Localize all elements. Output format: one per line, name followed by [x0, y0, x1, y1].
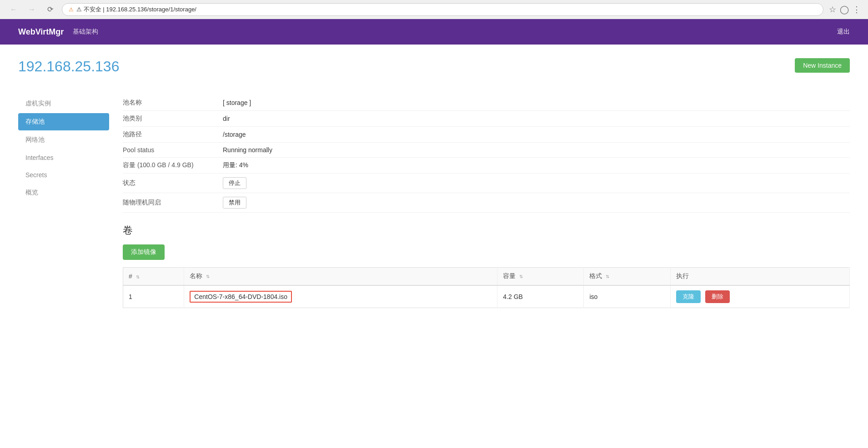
- browser-bar: ← → ⟳ ⚠ ⚠ 不安全 | 192.168.25.136/storage/1…: [0, 0, 868, 19]
- page-title: 192.168.25.136: [18, 58, 119, 75]
- browser-actions: ☆ ◯ ⋮: [829, 5, 861, 15]
- address-bar[interactable]: ⚠ ⚠ 不安全 | 192.168.25.136/storage/1/stora…: [62, 3, 823, 16]
- cell-index: 1: [123, 285, 184, 308]
- col-index: # ⇅: [123, 268, 184, 286]
- disable-button[interactable]: 禁用: [223, 197, 246, 209]
- cell-actions: 克隆 删除: [670, 285, 849, 308]
- info-row-state: 状态 停止: [123, 174, 850, 193]
- cell-name: CentOS-7-x86_64-DVD-1804.iso: [184, 285, 497, 308]
- volumes-table: # ⇅ 名称 ⇅ 容量 ⇅ 格式 ⇅: [123, 267, 850, 308]
- main-panel: 池名称 [ storage ] 池类别 dir 池路径 /storage Poo…: [109, 95, 850, 308]
- cell-format: iso: [584, 285, 670, 308]
- address-text: ⚠ 不安全 | 192.168.25.136/storage/1/storage…: [76, 5, 196, 14]
- new-instance-button[interactable]: New Instance: [795, 58, 850, 73]
- sort-icon-size[interactable]: ⇅: [519, 274, 523, 279]
- filename-badge: CentOS-7-x86_64-DVD-1804.iso: [190, 291, 292, 303]
- volumes-section-title: 卷: [123, 224, 850, 237]
- logout-button[interactable]: 退出: [837, 28, 850, 35]
- sort-icon-name[interactable]: ⇅: [206, 274, 210, 279]
- app-header: WebVirtMgr 基础架构 退出: [0, 19, 868, 45]
- col-action: 执行: [670, 268, 849, 286]
- delete-button[interactable]: 删除: [705, 290, 730, 303]
- nav-infrastructure[interactable]: 基础架构: [73, 28, 98, 36]
- forward-button[interactable]: →: [25, 3, 38, 16]
- cell-size: 4.2 GB: [497, 285, 584, 308]
- sidebar-item-overview[interactable]: 概览: [18, 184, 109, 201]
- back-button[interactable]: ←: [7, 3, 20, 16]
- bookmark-button[interactable]: ☆: [829, 5, 836, 15]
- profile-button[interactable]: ◯: [840, 5, 849, 15]
- sidebar-item-storage-pool[interactable]: 存储池: [18, 113, 109, 130]
- main-content: 192.168.25.136 New Instance 虚机实例 存储池 网络池…: [0, 45, 868, 448]
- sidebar-item-interfaces[interactable]: Interfaces: [18, 149, 109, 166]
- sidebar-item-vm-instances[interactable]: 虚机实例: [18, 95, 109, 112]
- table-header-row: # ⇅ 名称 ⇅ 容量 ⇅ 格式 ⇅: [123, 268, 850, 286]
- app-logo[interactable]: WebVirtMgr: [18, 27, 64, 37]
- col-name: 名称 ⇅: [184, 268, 497, 286]
- sort-icon-format[interactable]: ⇅: [606, 274, 609, 279]
- sort-icon-index[interactable]: ⇅: [136, 274, 140, 279]
- info-row-pool-status: Pool status Running normally: [123, 143, 850, 158]
- content-layout: 虚机实例 存储池 网络池 Interfaces Secrets 概览: [18, 95, 850, 308]
- stop-button[interactable]: 停止: [223, 177, 246, 189]
- menu-button[interactable]: ⋮: [853, 5, 861, 15]
- storage-info-table: 池名称 [ storage ] 池类别 dir 池路径 /storage Poo…: [123, 95, 850, 213]
- clone-button[interactable]: 克隆: [676, 290, 701, 303]
- info-row-pool-path: 池路径 /storage: [123, 127, 850, 143]
- header-right: 退出: [837, 28, 850, 36]
- add-image-button[interactable]: 添加镜像: [123, 244, 165, 260]
- security-icon: ⚠: [69, 6, 74, 13]
- info-row-pool-type: 池类别 dir: [123, 111, 850, 127]
- sidebar-item-network-pool[interactable]: 网络池: [18, 131, 109, 149]
- col-format: 格式 ⇅: [584, 268, 670, 286]
- info-row-autostart: 随物理机同启 禁用: [123, 193, 850, 213]
- sidebar: 虚机实例 存储池 网络池 Interfaces Secrets 概览: [18, 95, 109, 308]
- col-size: 容量 ⇅: [497, 268, 584, 286]
- refresh-button[interactable]: ⟳: [44, 3, 56, 16]
- sidebar-item-secrets[interactable]: Secrets: [18, 167, 109, 183]
- page-header-row: 192.168.25.136 New Instance: [18, 58, 850, 86]
- info-row-pool-name: 池名称 [ storage ]: [123, 95, 850, 111]
- table-row: 1 CentOS-7-x86_64-DVD-1804.iso 4.2 GB is…: [123, 285, 850, 308]
- info-row-capacity: 容量 (100.0 GB / 4.9 GB) 用量: 4%: [123, 158, 850, 174]
